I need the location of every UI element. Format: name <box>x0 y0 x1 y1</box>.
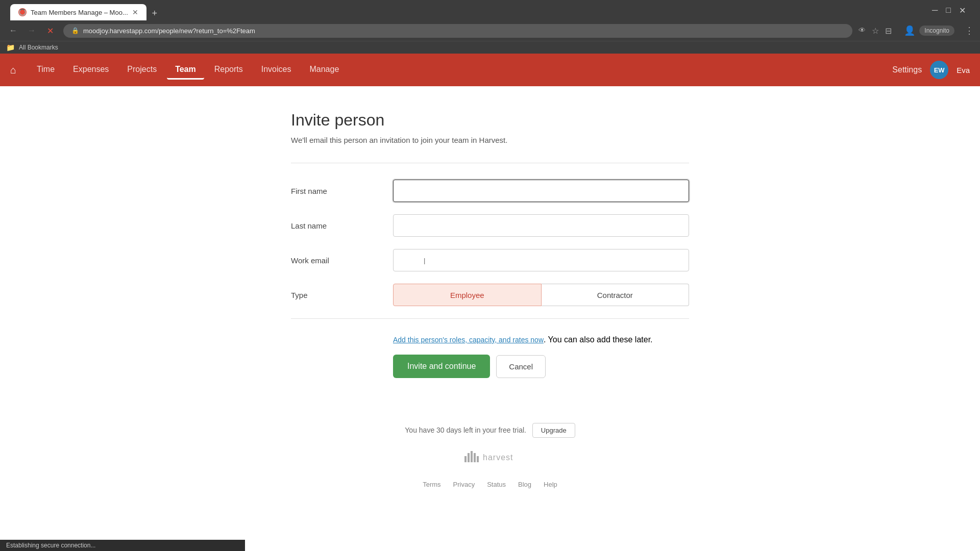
employee-button[interactable]: Employee <box>393 284 542 306</box>
profile-icon[interactable]: 👤 <box>904 25 915 36</box>
bookmarks-label: All Bookmarks <box>19 44 58 51</box>
status-text: Establishing secure connection... <box>6 542 95 549</box>
work-email-label: Work email <box>291 256 393 265</box>
new-tab-button[interactable]: + <box>148 6 162 20</box>
title-bar: Team Members Manage – Moo... ✕ + ─ □ ✕ <box>0 0 980 20</box>
form-actions: Add this person's roles, capacity, and r… <box>291 335 689 378</box>
work-email-row: Work email | <box>291 249 689 271</box>
work-email-input[interactable] <box>393 249 689 271</box>
browser-chrome: Team Members Manage – Moo... ✕ + ─ □ ✕ ←… <box>0 0 980 54</box>
bookmark-icon[interactable]: ☆ <box>872 26 879 36</box>
minimize-button[interactable]: ─ <box>932 6 938 15</box>
svg-rect-1 <box>468 453 470 462</box>
status-bar: Establishing secure connection... <box>0 540 245 551</box>
footer-trial: You have 30 days left in your free trial… <box>0 403 980 446</box>
page-title: Invite person <box>291 111 689 130</box>
url-text: moodjoy.harvestapp.com/people/new?return… <box>83 27 255 35</box>
invite-button[interactable]: Invite and continue <box>393 355 490 378</box>
url-bar[interactable]: 🔒 moodjoy.harvestapp.com/people/new?retu… <box>63 24 852 38</box>
page-subtitle: We'll email this person an invitation to… <box>291 136 689 144</box>
svg-rect-4 <box>477 456 479 462</box>
cancel-button[interactable]: Cancel <box>496 355 546 378</box>
add-roles-section: Add this person's roles, capacity, and r… <box>393 335 689 344</box>
back-button[interactable]: ← <box>6 23 20 38</box>
username-label: Eva <box>957 66 970 74</box>
home-icon[interactable]: ⌂ <box>10 64 16 76</box>
address-icons: 👁 ☆ ⊟ <box>859 26 892 36</box>
harvest-logo-svg: harvest <box>459 446 521 466</box>
address-bar: ← → ✕ 🔒 moodjoy.harvestapp.com/people/ne… <box>0 20 980 41</box>
avatar[interactable]: EW <box>930 61 948 79</box>
type-button-group: Employee Contractor <box>393 284 689 306</box>
upgrade-button[interactable]: Upgrade <box>532 423 575 438</box>
nav-buttons: ← → ✕ <box>6 23 57 38</box>
tab-bar: Team Members Manage – Moo... ✕ + <box>6 4 162 20</box>
type-label: Type <box>291 291 393 299</box>
extensions-button[interactable]: ⋮ <box>965 25 974 36</box>
trial-text: You have 30 days left in your free trial… <box>405 426 526 434</box>
last-name-row: Last name <box>291 214 689 237</box>
nav-invoices[interactable]: Invoices <box>253 61 300 80</box>
first-name-row: First name <box>291 180 689 202</box>
footer-links: Terms Privacy Status Blog Help <box>0 472 980 496</box>
nav-right: Settings EW Eva <box>892 61 970 79</box>
loading-spinner <box>19 9 26 16</box>
maximize-button[interactable]: □ <box>946 6 951 15</box>
first-name-label: First name <box>291 187 393 195</box>
privacy-link[interactable]: Privacy <box>453 481 475 488</box>
nav-time[interactable]: Time <box>29 61 63 80</box>
harvest-logo: harvest <box>0 446 980 466</box>
main-content: Invite person We'll email this person an… <box>281 86 699 403</box>
nav-links: Time Expenses Projects Team Reports Invo… <box>29 61 347 80</box>
type-row: Type Employee Contractor <box>291 284 689 306</box>
last-name-input[interactable] <box>393 214 689 237</box>
divider <box>291 163 689 163</box>
tab-favicon <box>18 8 27 16</box>
help-link[interactable]: Help <box>544 481 557 488</box>
add-roles-suffix: . You can also add these later. <box>544 335 653 344</box>
settings-link[interactable]: Settings <box>892 65 922 74</box>
nav-manage[interactable]: Manage <box>301 61 347 80</box>
terms-link[interactable]: Terms <box>423 481 440 488</box>
svg-rect-3 <box>474 453 476 462</box>
nav-reports[interactable]: Reports <box>206 61 251 80</box>
nav-projects[interactable]: Projects <box>119 61 165 80</box>
bookmarks-bar: 📁 All Bookmarks <box>0 41 980 54</box>
form-bottom-divider <box>291 318 689 319</box>
app-nav: ⌂ Time Expenses Projects Team Reports In… <box>0 54 980 86</box>
profile-area: 👤 Incognito <box>904 25 954 36</box>
active-tab[interactable]: Team Members Manage – Moo... ✕ <box>10 4 146 20</box>
tab-close-button[interactable]: ✕ <box>132 9 138 16</box>
sidebar-icon[interactable]: ⊟ <box>885 26 892 36</box>
blog-link[interactable]: Blog <box>518 481 531 488</box>
incognito-badge: Incognito <box>919 26 954 36</box>
tab-title: Team Members Manage – Moo... <box>31 9 128 16</box>
svg-rect-2 <box>471 451 473 462</box>
add-roles-link[interactable]: Add this person's roles, capacity, and r… <box>393 336 544 344</box>
first-name-input[interactable] <box>393 180 689 202</box>
reading-mode-icon[interactable]: 👁 <box>859 26 866 36</box>
close-window-button[interactable]: ✕ <box>959 6 966 15</box>
svg-text:harvest: harvest <box>483 453 513 462</box>
status-link[interactable]: Status <box>487 481 506 488</box>
window-controls: ─ □ ✕ <box>924 6 974 19</box>
forward-button[interactable]: → <box>24 23 39 38</box>
buttons-row: Invite and continue Cancel <box>393 355 689 378</box>
contractor-button[interactable]: Contractor <box>542 284 690 306</box>
reload-button[interactable]: ✕ <box>43 23 57 38</box>
nav-team[interactable]: Team <box>167 61 204 80</box>
nav-expenses[interactable]: Expenses <box>65 61 117 80</box>
last-name-label: Last name <box>291 221 393 230</box>
svg-rect-0 <box>464 456 467 462</box>
